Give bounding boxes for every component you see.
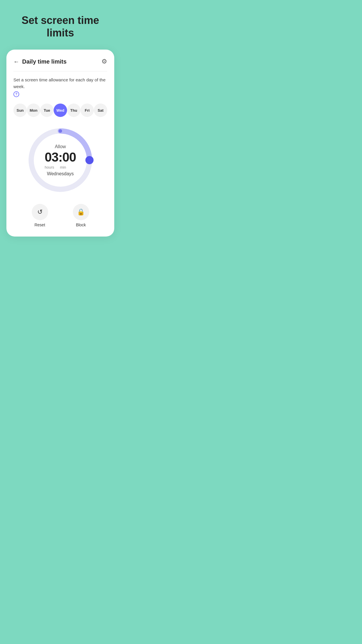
day-btn-sun[interactable]: Sun	[13, 104, 27, 117]
day-btn-thu[interactable]: Thu	[67, 104, 80, 117]
bottom-actions: ↺Reset🔒Block	[13, 204, 107, 227]
block-label: Block	[76, 223, 86, 227]
header-left: ← Daily time limits	[13, 58, 66, 65]
description-text: Set a screen time allowance for each day…	[13, 77, 107, 97]
reset-button[interactable]: ↺Reset	[32, 204, 48, 227]
svg-point-2	[85, 156, 94, 164]
reset-label: Reset	[34, 223, 45, 227]
card-title: Daily time limits	[22, 58, 66, 65]
selected-day-name: Wednesdays	[45, 171, 76, 176]
days-row: SunMonTueWedThuFriSat	[13, 104, 107, 117]
block-icon: 🔒	[73, 204, 89, 220]
settings-icon[interactable]: ⚙	[101, 58, 107, 65]
svg-point-1	[59, 129, 62, 133]
time-units: hours min	[45, 165, 76, 169]
reset-icon: ↺	[32, 204, 48, 220]
day-btn-mon[interactable]: Mon	[27, 104, 40, 117]
day-btn-wed[interactable]: Wed	[54, 104, 67, 117]
day-btn-tue[interactable]: Tue	[40, 104, 54, 117]
hours-label: hours	[45, 165, 54, 169]
timer-dial[interactable]: Allow 03:00 hours min Wednesdays	[25, 125, 95, 195]
timer-center: Allow 03:00 hours min Wednesdays	[45, 144, 76, 176]
allow-label: Allow	[45, 144, 76, 149]
page-title: Set screen timelimits	[10, 14, 111, 39]
block-button[interactable]: 🔒Block	[73, 204, 89, 227]
time-value: 03:00	[45, 150, 76, 164]
timer-container: Allow 03:00 hours min Wednesdays	[13, 125, 107, 195]
card-header: ← Daily time limits ⚙	[13, 58, 107, 65]
day-btn-sat[interactable]: Sat	[94, 104, 107, 117]
day-btn-fri[interactable]: Fri	[80, 104, 94, 117]
back-button[interactable]: ←	[13, 58, 19, 65]
time-display: 03:00	[45, 150, 76, 164]
main-card: ← Daily time limits ⚙ Set a screen time …	[6, 50, 114, 237]
min-label: min	[60, 165, 66, 169]
help-icon[interactable]: ?	[13, 91, 19, 97]
header-divider	[13, 71, 107, 71]
